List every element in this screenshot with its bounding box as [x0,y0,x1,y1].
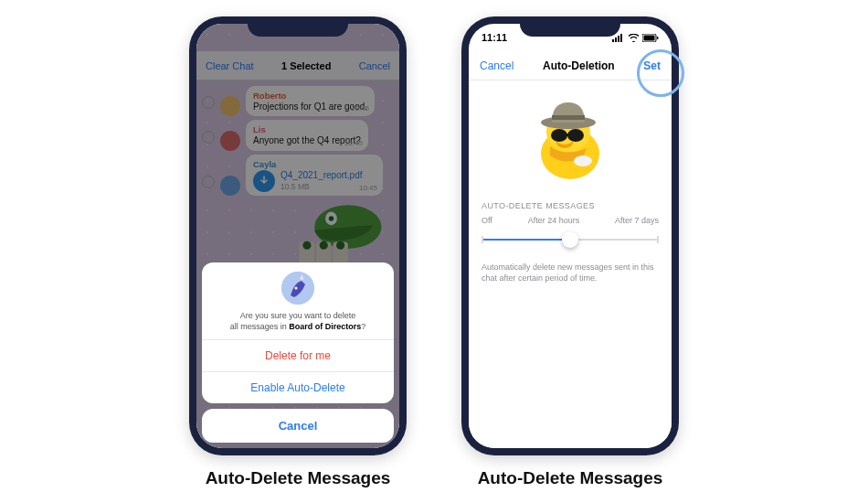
set-button-highlight-circle [637,49,684,97]
svg-rect-19 [615,37,617,42]
enable-auto-delete-button[interactable]: Enable Auto-Delete [202,371,394,403]
sheet-text-1: Are you sure you want to delete [240,311,356,320]
sheet-text-bold: Board of Directors [289,322,361,331]
svg-rect-23 [644,35,655,40]
wifi-icon [628,34,640,42]
sheet-message: Are you sure you want to delete all mess… [202,308,394,339]
svg-point-28 [551,129,567,142]
auto-delete-slider[interactable]: Off After 24 hours After 7 days [469,216,672,254]
caption-right: Auto-Delete Messages [478,468,663,488]
svg-rect-21 [620,34,622,42]
sheet-text-2: all messages in [230,322,290,331]
spy-duck-icon [524,95,616,183]
phone-right: 11:11 Cancel Auto-Deletion Set [461,16,679,455]
notch [520,16,620,37]
svg-point-17 [295,286,298,289]
svg-rect-32 [552,115,585,120]
status-time: 11:11 [482,32,507,43]
nav-title: Auto-Deletion [543,59,615,72]
action-sheet: Are you sure you want to delete all mess… [196,257,399,448]
svg-rect-20 [618,36,619,42]
notch [248,16,348,37]
slider-option-24h[interactable]: After 24 hours [528,216,580,225]
slider-option-off[interactable]: Off [482,216,492,225]
svg-point-27 [574,155,592,166]
cancel-button[interactable]: Cancel [480,59,513,72]
slider-fill [482,239,570,241]
slider-knob[interactable] [562,231,578,248]
slider-tick [482,236,483,243]
section-description: Automatically delete new messages sent i… [469,254,672,291]
svg-rect-30 [566,134,571,136]
battery-icon [642,34,659,42]
delete-for-me-button[interactable]: Delete for me [202,339,394,371]
empty-area [469,291,672,448]
unicorn-avatar-icon [281,272,314,305]
phone-left: 11:11 Clear Chat 1 Selected Cancel [189,16,407,455]
duck-illustration [469,80,672,192]
slider-tick [657,236,659,243]
caption-left: Auto-Delete Messages [206,468,391,488]
svg-rect-24 [657,37,659,39]
section-header: AUTO-DELETE MESSAGES [469,192,672,216]
svg-rect-18 [612,39,614,42]
sheet-cancel-button[interactable]: Cancel [202,409,394,443]
status-indicators [612,34,659,42]
slider-option-7d[interactable]: After 7 days [615,216,659,225]
sheet-illustration [202,262,394,308]
slider-track[interactable] [482,230,659,249]
